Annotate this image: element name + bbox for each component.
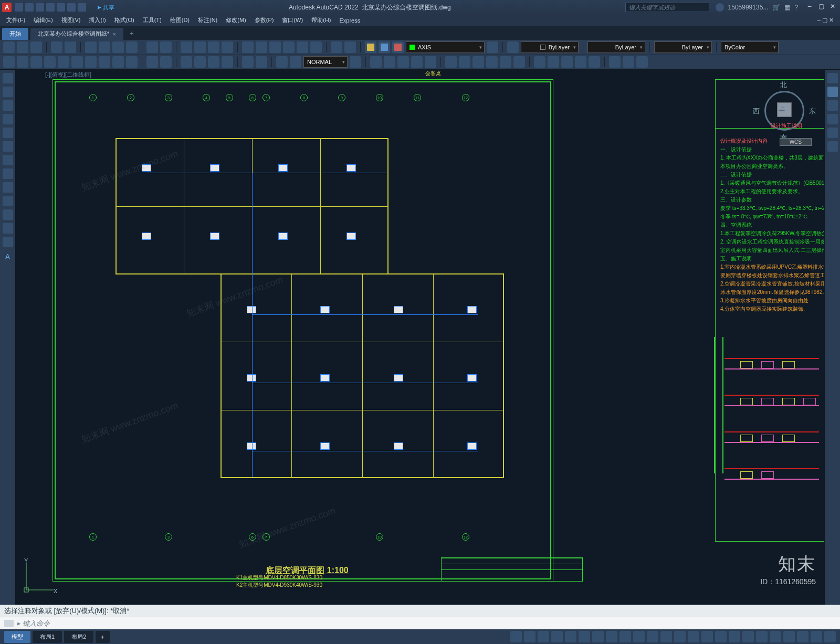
tool-pan-icon[interactable] — [181, 41, 192, 53]
help-search-input[interactable]: 键入关键字或短语 — [625, 3, 709, 12]
minimize-button[interactable]: – — [804, 3, 815, 12]
share-button[interactable]: ➤ 共享 — [97, 4, 114, 12]
dim-break-icon[interactable] — [160, 56, 172, 68]
status-clean-icon[interactable] — [811, 631, 822, 642]
mod-erase-icon[interactable] — [370, 56, 382, 68]
tool-save-icon[interactable] — [30, 41, 42, 53]
mod-rotate-icon[interactable] — [459, 56, 470, 68]
tool-zoomprev-icon[interactable] — [222, 41, 233, 53]
nav-full-icon[interactable] — [827, 73, 838, 83]
status-tpy-icon[interactable] — [660, 631, 672, 642]
mod-scale-icon[interactable] — [472, 56, 484, 68]
status-lwt-icon[interactable] — [647, 631, 658, 642]
ucs-icon[interactable]: Y X — [22, 558, 59, 595]
menu-format[interactable]: 格式(O) — [111, 15, 138, 25]
layout-tab-2[interactable]: 布局2 — [64, 631, 93, 643]
status-dyn-icon[interactable] — [633, 631, 645, 642]
menu-window[interactable]: 窗口(W) — [279, 15, 306, 25]
mod-explode-icon[interactable] — [589, 56, 600, 68]
qat-save-icon[interactable] — [36, 3, 44, 12]
mod-move-icon[interactable] — [445, 56, 457, 68]
app-menu-icon[interactable]: ▦ — [784, 4, 790, 11]
draw-poly-icon[interactable] — [3, 141, 13, 152]
qat-redo-icon[interactable] — [78, 3, 86, 12]
tool-tp-icon[interactable] — [269, 41, 281, 53]
menu-tools[interactable]: 工具(T) — [140, 15, 165, 25]
dimstyle-dropdown[interactable]: NORMAL — [303, 56, 348, 68]
menu-express[interactable]: Express — [336, 16, 363, 25]
mod-chamfer-icon[interactable] — [561, 56, 573, 68]
mod-offset-icon[interactable] — [411, 56, 423, 68]
jog-icon[interactable] — [222, 56, 233, 68]
edit-icon[interactable] — [242, 56, 254, 68]
tool-zoomwin-icon[interactable] — [208, 41, 219, 53]
mod-extend-icon[interactable] — [513, 56, 525, 68]
mod-array-icon[interactable] — [425, 56, 436, 68]
nav-show-icon[interactable] — [827, 141, 838, 152]
maximize-button[interactable]: ▢ — [816, 3, 826, 12]
draw-circle-icon[interactable] — [3, 100, 13, 111]
draw-table-icon[interactable] — [3, 223, 13, 234]
tool-zoom-icon[interactable] — [194, 41, 206, 53]
qat-saveas-icon[interactable] — [46, 3, 55, 12]
menu-edit[interactable]: 编辑(E) — [30, 15, 56, 25]
menu-insert[interactable]: 插入(I) — [86, 15, 109, 25]
dim-base-icon[interactable] — [112, 56, 124, 68]
mod-fillet-icon[interactable] — [575, 56, 586, 68]
status-qp-icon[interactable] — [674, 631, 686, 642]
dim-quick-icon[interactable] — [99, 56, 110, 68]
qat-new-icon[interactable] — [15, 3, 23, 12]
status-ducs-icon[interactable] — [620, 631, 631, 642]
lineweight-dropdown[interactable]: ByLayer — [654, 41, 712, 53]
menu-draw[interactable]: 绘图(D) — [167, 15, 193, 25]
layer-mgr-icon[interactable] — [487, 41, 498, 53]
tool-dc-icon[interactable] — [256, 41, 267, 53]
tool-ssm-icon[interactable] — [283, 41, 295, 53]
align-icon[interactable] — [256, 56, 267, 68]
dim-space-icon[interactable] — [146, 56, 158, 68]
tab-close-icon[interactable]: × — [112, 31, 116, 37]
dim-diam-icon[interactable] — [71, 56, 83, 68]
status-qi-icon[interactable] — [756, 631, 768, 642]
qat-plot-icon[interactable] — [57, 3, 65, 12]
tool-redo2-icon[interactable] — [160, 41, 172, 53]
status-custom-icon[interactable] — [824, 631, 836, 642]
mod-break-icon[interactable] — [534, 56, 545, 68]
status-ortho-icon[interactable] — [551, 631, 563, 642]
wcs-label[interactable]: WCS — [780, 138, 812, 146]
mod-join-icon[interactable] — [548, 56, 559, 68]
tool-cut-icon[interactable] — [85, 41, 97, 53]
draw-line-icon[interactable] — [3, 73, 13, 83]
layer-dropdown[interactable]: AXIS — [406, 41, 485, 53]
tol-icon[interactable] — [181, 56, 192, 68]
draw-point-icon[interactable] — [3, 196, 13, 206]
menu-view[interactable]: 视图(V) — [58, 15, 84, 25]
menu-modify[interactable]: 修改(M) — [223, 15, 249, 25]
status-hw-icon[interactable] — [797, 631, 808, 642]
mod-trim-icon[interactable] — [500, 56, 511, 68]
draw-arc-icon[interactable] — [3, 114, 13, 124]
status-am-icon[interactable] — [729, 631, 740, 642]
update-icon[interactable] — [290, 56, 301, 68]
dim-radius-icon[interactable] — [58, 56, 69, 68]
tool-new-icon[interactable] — [3, 41, 15, 53]
tab-start[interactable]: 开始 — [2, 28, 28, 40]
dim-aligned-icon[interactable] — [17, 56, 28, 68]
mod-copy-icon[interactable] — [384, 56, 395, 68]
dim-cont-icon[interactable] — [126, 56, 138, 68]
command-input[interactable]: ▸ 键入命令 — [0, 617, 840, 629]
nav-orbit-icon[interactable] — [827, 128, 838, 138]
table-icon[interactable] — [623, 56, 634, 68]
menu-param[interactable]: 参数(P) — [251, 15, 277, 25]
nav-pan-icon[interactable] — [827, 100, 838, 111]
tool-plot-icon[interactable] — [51, 41, 62, 53]
drawing-canvas[interactable]: [-][俯视][二维线框] 会客桌 — [16, 70, 824, 605]
draw-ellipse-icon[interactable] — [3, 155, 13, 165]
draw-mtext-icon[interactable] — [3, 237, 13, 247]
linetype-dropdown[interactable]: ByLayer — [587, 41, 645, 53]
tool-props-icon[interactable] — [242, 41, 254, 53]
draw-hatch-icon[interactable] — [3, 182, 13, 193]
tool-undo2-icon[interactable] — [146, 41, 158, 53]
status-model-icon[interactable] — [510, 631, 522, 642]
status-grid-icon[interactable] — [524, 631, 536, 642]
